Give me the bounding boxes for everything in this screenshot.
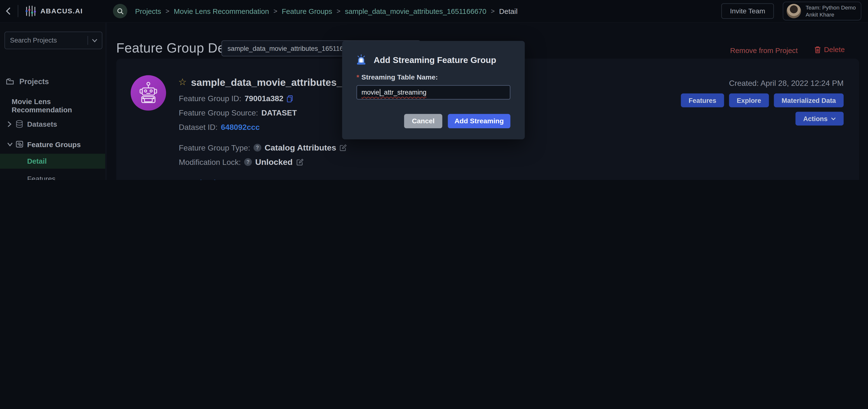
help-icon[interactable]: ? [253, 143, 261, 151]
dataset-id-label: Dataset ID: [179, 123, 218, 132]
delete-link[interactable]: Delete [814, 45, 845, 54]
sidebar-detail-label: Detail [27, 157, 47, 165]
download-raw-data-link[interactable]: Download Raw Data [179, 178, 253, 180]
sidebar-item-features[interactable]: Features [0, 173, 106, 180]
created-timestamp: Created: April 28, 2022 12:24 PM [729, 78, 844, 87]
modification-lock-row: Modification Lock: ? Unlocked [179, 157, 304, 167]
feature-group-source-row: Feature Group Source: DATASET [179, 108, 297, 117]
feature-group-type-label: Feature Group Type: [179, 143, 250, 152]
feature-group-source-value: DATASET [261, 108, 297, 117]
sidebar-features-label: Features [27, 175, 56, 180]
back-icon[interactable] [6, 7, 11, 15]
edit-icon[interactable] [340, 143, 347, 151]
field-label: Streaming Table Name: [362, 73, 438, 81]
chevron-down-icon [831, 117, 836, 121]
sidebar-datasets-label: Datasets [27, 120, 57, 128]
folder-icon [6, 78, 15, 86]
team-info: Team: Python Demo Ankit Khare [806, 4, 856, 18]
input-text-after-cursor: _attr_streaming [380, 89, 427, 96]
dataset-id-row: Dataset ID: 648092ccc [179, 123, 260, 132]
user-name: Ankit Khare [806, 11, 856, 18]
abacus-logo-icon[interactable] [24, 5, 36, 17]
streaming-table-name-input[interactable]: movie_attr_streaming [356, 85, 510, 99]
chevron-right-icon[interactable] [7, 121, 12, 127]
database-icon [16, 120, 23, 128]
search-icon[interactable] [113, 4, 127, 18]
team-label: Team: Python Demo [806, 4, 856, 11]
feature-group-type-value: Catalog Attributes [265, 143, 336, 152]
breadcrumb-separator: > [165, 7, 169, 15]
team-menu[interactable]: Team: Python Demo Ankit Khare [783, 2, 861, 21]
actions-dropdown-button[interactable]: Actions [796, 112, 844, 126]
sidebar-item-datasets[interactable]: Datasets [0, 118, 106, 130]
streaming-table-name-field-label: * Streaming Table Name: [356, 73, 438, 81]
app-root: ABACUS.AI Projects > Movie Lens Recommen… [0, 0, 868, 180]
text-cursor [379, 89, 380, 96]
explore-button[interactable]: Explore [729, 93, 769, 107]
add-streaming-button[interactable]: Add Streaming [448, 114, 510, 128]
help-icon[interactable]: ? [244, 158, 252, 166]
breadcrumb: Projects > Movie Lens Recommendation > F… [113, 0, 518, 22]
logo-text[interactable]: ABACUS.AI [40, 7, 83, 15]
sidebar-feature-groups-label: Feature Groups [27, 140, 81, 148]
modification-lock-value: Unlocked [255, 157, 293, 167]
select-divider [87, 36, 88, 45]
breadcrumb-projects[interactable]: Projects [135, 7, 161, 15]
sidebar-item-projects[interactable]: Projects [6, 77, 49, 86]
dataset-id-link[interactable]: 648092ccc [221, 123, 259, 132]
breadcrumb-separator: > [491, 7, 495, 15]
remove-from-project-link[interactable]: Remove from Project [730, 46, 798, 55]
features-button[interactable]: Features [681, 93, 724, 107]
feature-group-id-value: 79001a382 [245, 94, 283, 103]
topbar-right: Invite Team Team: Python Demo Ankit Khar… [721, 0, 861, 22]
sidebar-projects-label: Projects [20, 77, 49, 86]
feature-groups-icon [16, 141, 24, 148]
trash-icon [814, 46, 821, 54]
project-search-placeholder: Search Projects [5, 36, 87, 44]
cancel-button[interactable]: Cancel [404, 114, 442, 128]
avatar [787, 4, 801, 18]
feature-group-source-label: Feature Group Source: [179, 108, 258, 117]
robot-icon [138, 81, 159, 105]
breadcrumb-project[interactable]: Movie Lens Recommendation [174, 7, 269, 15]
input-text-before-cursor: movie [362, 89, 379, 96]
sidebar-item-feature-groups[interactable]: Feature Groups [0, 138, 106, 150]
feature-group-type-row: Feature Group Type: ? Catalog Attributes [179, 143, 347, 152]
chevron-down-icon[interactable] [7, 142, 13, 146]
breadcrumb-feature-group-name[interactable]: sample_data_movie_attributes_1651166670 [345, 7, 486, 15]
breadcrumb-separator: > [337, 7, 341, 15]
card-buttons: Features Explore Materialized Data [681, 93, 844, 107]
edit-icon[interactable] [296, 158, 304, 166]
materialized-data-button[interactable]: Materialized Data [774, 93, 844, 107]
modal-title: Add Streaming Feature Group [374, 55, 496, 65]
required-marker: * [356, 73, 359, 81]
star-icon[interactable]: ☆ [178, 76, 187, 88]
sidebar-item-detail[interactable]: Detail [0, 154, 105, 169]
project-search-select[interactable]: Search Projects [4, 32, 102, 49]
breadcrumb-feature-groups[interactable]: Feature Groups [282, 7, 332, 15]
modal-title-row: Add Streaming Feature Group [355, 54, 496, 66]
modal-buttons: Cancel Add Streaming [404, 114, 510, 128]
actions-label: Actions [803, 115, 828, 123]
copy-icon[interactable] [287, 95, 293, 102]
delete-label: Delete [824, 45, 845, 54]
sidebar-project-name[interactable]: Movie Lens Recommendation [12, 97, 106, 114]
robot-avatar [131, 75, 166, 111]
sidebar: Search Projects Projects Movie Lens Reco… [0, 22, 106, 180]
modification-lock-label: Modification Lock: [179, 157, 241, 166]
topbar-left: ABACUS.AI [0, 0, 106, 22]
feature-group-id-row: Feature Group ID: 79001a382 [179, 94, 293, 103]
topbar: ABACUS.AI Projects > Movie Lens Recommen… [0, 0, 868, 23]
feature-group-id-label: Feature Group ID: [179, 94, 242, 103]
chevron-down-icon [92, 38, 98, 42]
topbar-divider [18, 5, 18, 17]
breadcrumb-separator: > [273, 7, 277, 15]
invite-team-button[interactable]: Invite Team [721, 3, 774, 19]
siren-icon [355, 54, 367, 66]
breadcrumb-detail: Detail [499, 7, 518, 15]
add-streaming-modal: Add Streaming Feature Group * Streaming … [342, 41, 525, 139]
